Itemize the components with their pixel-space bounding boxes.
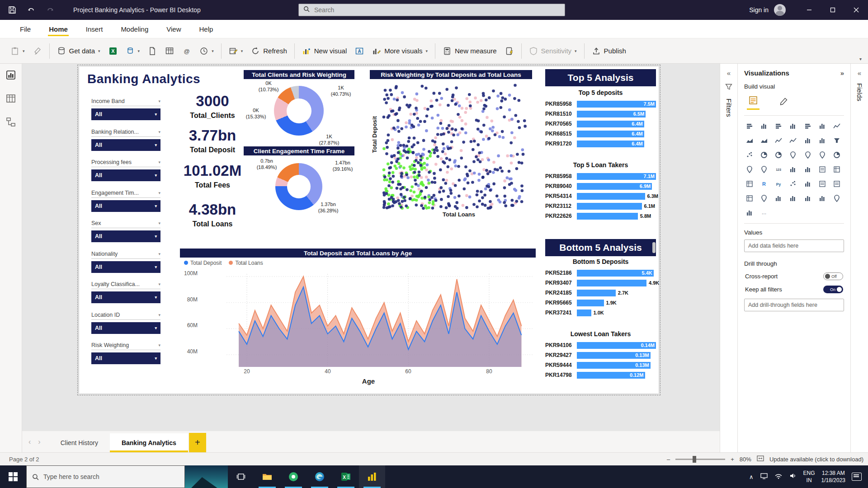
page-tab-client-history[interactable]: Client History xyxy=(49,433,110,452)
save-icon[interactable] xyxy=(8,6,16,14)
excel-app-button[interactable]: X xyxy=(333,465,359,488)
drill-through-field-well[interactable]: Add drill-through fields here xyxy=(744,299,844,311)
bar-row[interactable]: PKR68515 6.4M xyxy=(545,129,656,139)
get-more-visuals-icon[interactable] xyxy=(744,208,755,218)
menu-file[interactable]: File xyxy=(19,21,32,37)
tray-volume-icon[interactable] xyxy=(789,472,797,482)
bar-row[interactable]: PKR89040 6.9M xyxy=(545,181,656,191)
filters-pane-label[interactable]: Filters xyxy=(725,99,733,117)
top-deposits-chart[interactable]: PKR85958 7.5M PKR81510 6.5M PKR70565 6.4… xyxy=(545,99,656,149)
cross-report-toggle[interactable]: Off xyxy=(823,272,843,280)
start-button[interactable] xyxy=(0,465,26,488)
metrics-icon[interactable] xyxy=(802,193,813,203)
bar-row[interactable]: PKR85958 7.5M xyxy=(545,99,656,109)
donut-risk-chart[interactable] xyxy=(274,86,324,136)
bar-row[interactable]: PKR95665 1.9K xyxy=(545,298,656,308)
bar-row[interactable]: PKR91720 6.4M xyxy=(545,139,656,149)
report-view-button[interactable] xyxy=(6,70,16,82)
enter-data-button[interactable] xyxy=(161,43,178,59)
action-center-icon[interactable] xyxy=(852,473,862,481)
q-and-a-icon[interactable] xyxy=(817,179,828,189)
bottom-deposits-chart[interactable]: PKR52186 5.4K PKR93407 4.9K PKR24185 2.7… xyxy=(545,268,656,318)
card-icon[interactable]: 123 xyxy=(773,164,784,174)
quick-measure-button[interactable] xyxy=(501,43,518,59)
zoom-in-button[interactable]: + xyxy=(731,456,734,463)
menu-help[interactable]: Help xyxy=(198,21,214,37)
bar-row[interactable]: PKR70565 6.4M xyxy=(545,119,656,129)
bar-row[interactable]: PKR52186 5.4K xyxy=(545,268,656,278)
line-chart-icon[interactable] xyxy=(831,121,842,131)
hundred-stacked-column-chart-icon[interactable] xyxy=(817,121,828,131)
tray-expand-chevron[interactable]: ∧ xyxy=(749,474,754,480)
shape-map-icon[interactable] xyxy=(759,164,769,174)
slicer-header[interactable]: Loyalty Classifica...▾ xyxy=(91,281,160,289)
data-view-button[interactable] xyxy=(6,94,16,105)
menu-view[interactable]: View xyxy=(165,21,182,37)
scatter-chart-icon[interactable] xyxy=(744,150,755,160)
stacked-column-chart-icon[interactable] xyxy=(759,121,769,131)
maximize-button[interactable] xyxy=(821,0,844,20)
fields-pane-label[interactable]: Fields xyxy=(856,83,863,101)
scrollbar[interactable] xyxy=(652,242,656,253)
minimize-button[interactable] xyxy=(797,0,821,20)
kpi-total deposit[interactable]: 3.77bnTotal Deposit xyxy=(176,128,249,154)
arcgis-map-icon[interactable] xyxy=(759,193,769,203)
bar-row[interactable]: PKR54314 6.3M xyxy=(545,191,656,201)
build-visual-tab[interactable] xyxy=(747,94,760,110)
green-app-button[interactable] xyxy=(280,465,307,488)
slicer-dropdown[interactable]: All▾ xyxy=(91,261,160,273)
app-search-box[interactable] xyxy=(298,4,565,16)
file-explorer-button[interactable] xyxy=(254,465,280,488)
new-measure-button[interactable]: New measure xyxy=(439,43,501,59)
r-script-visual-icon[interactable]: R xyxy=(759,179,769,189)
stacked-area-chart-icon[interactable] xyxy=(759,136,769,145)
scatter-chart[interactable] xyxy=(382,83,532,210)
slicer-dropdown[interactable]: All▾ xyxy=(91,352,160,364)
next-page-arrow[interactable]: › xyxy=(38,438,40,446)
pie-chart-icon[interactable] xyxy=(759,150,769,160)
power-apps-icon[interactable] xyxy=(773,193,784,203)
zoom-out-button[interactable]: – xyxy=(667,456,670,463)
slicer-header[interactable]: Banking Relation...▾ xyxy=(91,129,160,137)
expand-fields-icon[interactable]: « xyxy=(858,69,861,77)
expand-filters-icon[interactable]: « xyxy=(727,69,731,77)
collapse-visualizations-icon[interactable]: » xyxy=(840,69,844,77)
taskbar-search-box[interactable]: Type here to search xyxy=(26,465,185,488)
format-visual-tab[interactable] xyxy=(779,97,788,108)
slicer-header[interactable]: Nationality▾ xyxy=(91,251,160,259)
bar-row[interactable]: PKR29427 0.13M xyxy=(545,350,656,360)
sensitivity-button[interactable]: Sensitivity▾ xyxy=(525,43,581,59)
bar-row[interactable]: PKR93407 4.9K xyxy=(545,278,656,288)
new-visual-button[interactable]: New visual xyxy=(298,43,351,59)
area-chart-icon[interactable] xyxy=(744,136,755,145)
more-visuals-button[interactable]: More visuals▾ xyxy=(368,43,432,59)
funnel-chart-icon[interactable] xyxy=(831,136,842,145)
pin-map-icon[interactable] xyxy=(831,193,842,203)
scorecard-icon[interactable] xyxy=(817,193,828,203)
account-avatar[interactable] xyxy=(774,4,786,16)
multi-row-card-icon[interactable] xyxy=(788,164,798,174)
slicer-dropdown[interactable]: All▾ xyxy=(91,291,160,303)
excel-workbook-button[interactable]: X xyxy=(104,43,122,59)
bar-row[interactable]: PKR37241 1.0K xyxy=(545,308,656,318)
matrix-icon[interactable] xyxy=(744,179,755,189)
bar-row[interactable]: PKR22626 5.8M xyxy=(545,211,656,221)
weather-widget[interactable] xyxy=(185,465,228,488)
new-page-button[interactable]: + xyxy=(189,433,206,452)
page-tab-banking-analytics[interactable]: Banking Analytics xyxy=(110,433,188,452)
menu-insert[interactable]: Insert xyxy=(85,21,104,37)
slicer-dropdown[interactable]: All▾ xyxy=(91,200,160,212)
update-available-link[interactable]: Update available (click to download) xyxy=(769,456,863,463)
collapse-ribbon-icon[interactable]: ▾ xyxy=(859,56,862,61)
format-painter-button[interactable] xyxy=(29,43,46,59)
gauge-icon[interactable] xyxy=(831,150,842,160)
area-chart[interactable] xyxy=(199,268,537,369)
close-button[interactable] xyxy=(844,0,868,20)
values-field-well[interactable]: Add data fields here xyxy=(744,239,844,252)
slicer-dropdown[interactable]: All▾ xyxy=(91,230,160,242)
publish-button[interactable]: Publish xyxy=(588,43,630,59)
slicer-header[interactable]: Risk Weighting▾ xyxy=(91,342,160,350)
slicer-icon[interactable] xyxy=(817,164,828,174)
undo-icon[interactable] xyxy=(27,6,35,14)
recent-sources-button[interactable]: ▾ xyxy=(195,43,218,59)
